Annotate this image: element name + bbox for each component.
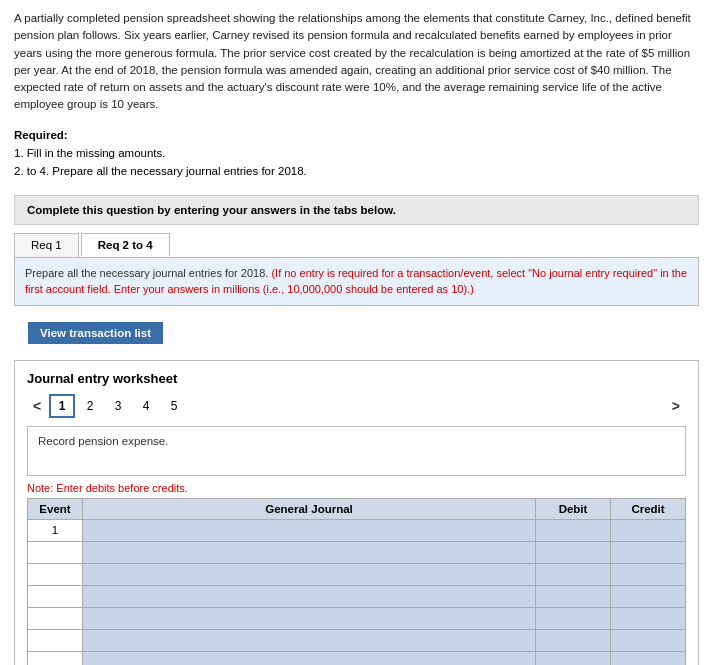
general-journal-input[interactable]	[83, 564, 535, 585]
next-page-arrow[interactable]: >	[666, 396, 686, 416]
col-header-general-journal: General Journal	[83, 498, 536, 519]
debit-cell[interactable]	[536, 541, 611, 563]
required-item1: 1. Fill in the missing amounts.	[14, 144, 699, 162]
general-journal-cell[interactable]	[83, 585, 536, 607]
required-section: Required: 1. Fill in the missing amounts…	[0, 122, 713, 189]
view-transaction-button[interactable]: View transaction list	[28, 322, 163, 344]
event-cell: 1	[28, 519, 83, 541]
description-box: Record pension expense.	[27, 426, 686, 476]
journal-worksheet: Journal entry worksheet < 1 2 3 4 5 > Re…	[14, 360, 699, 665]
page-1[interactable]: 1	[49, 394, 75, 418]
credit-cell[interactable]	[611, 563, 686, 585]
journal-title: Journal entry worksheet	[27, 371, 686, 386]
table-row	[28, 651, 686, 665]
table-row	[28, 541, 686, 563]
credit-cell[interactable]	[611, 519, 686, 541]
info-box: Prepare all the necessary journal entrie…	[14, 258, 699, 306]
credit-cell[interactable]	[611, 651, 686, 665]
credit-input[interactable]	[611, 564, 685, 585]
general-journal-input[interactable]	[83, 652, 535, 665]
tabs-container: Req 1 Req 2 to 4	[14, 233, 699, 258]
table-row: 1	[28, 519, 686, 541]
general-journal-input[interactable]	[83, 542, 535, 563]
info-text: Prepare all the necessary journal entrie…	[25, 267, 687, 296]
col-header-credit: Credit	[611, 498, 686, 519]
general-journal-input[interactable]	[83, 608, 535, 629]
page-3[interactable]: 3	[105, 394, 131, 418]
credit-cell[interactable]	[611, 607, 686, 629]
complete-instructions: Complete this question by entering your …	[14, 195, 699, 225]
pagination-row: < 1 2 3 4 5 >	[27, 394, 686, 418]
credit-input[interactable]	[611, 520, 685, 541]
event-cell	[28, 629, 83, 651]
journal-table: Event General Journal Debit Credit 1	[27, 498, 686, 665]
credit-input[interactable]	[611, 630, 685, 651]
general-journal-cell[interactable]	[83, 519, 536, 541]
general-journal-cell[interactable]	[83, 629, 536, 651]
debit-cell[interactable]	[536, 629, 611, 651]
table-row	[28, 585, 686, 607]
general-journal-input[interactable]	[83, 520, 535, 541]
general-journal-cell[interactable]	[83, 607, 536, 629]
event-cell	[28, 585, 83, 607]
general-journal-cell[interactable]	[83, 541, 536, 563]
tab-req2to4[interactable]: Req 2 to 4	[81, 233, 170, 257]
credit-input[interactable]	[611, 586, 685, 607]
event-cell	[28, 563, 83, 585]
prev-page-arrow[interactable]: <	[27, 396, 47, 416]
note-text: Note: Enter debits before credits.	[27, 482, 686, 494]
debit-input[interactable]	[536, 608, 610, 629]
general-journal-cell[interactable]	[83, 563, 536, 585]
credit-input[interactable]	[611, 652, 685, 665]
credit-cell[interactable]	[611, 585, 686, 607]
event-cell	[28, 607, 83, 629]
credit-cell[interactable]	[611, 629, 686, 651]
page-2[interactable]: 2	[77, 394, 103, 418]
credit-input[interactable]	[611, 542, 685, 563]
debit-input[interactable]	[536, 564, 610, 585]
table-row	[28, 629, 686, 651]
credit-cell[interactable]	[611, 541, 686, 563]
debit-cell[interactable]	[536, 585, 611, 607]
debit-cell[interactable]	[536, 651, 611, 665]
debit-cell[interactable]	[536, 563, 611, 585]
passage-text: A partially completed pension spreadshee…	[0, 0, 713, 122]
page-4[interactable]: 4	[133, 394, 159, 418]
event-cell	[28, 651, 83, 665]
required-label: Required:	[14, 126, 699, 144]
tab-req1[interactable]: Req 1	[14, 233, 79, 257]
general-journal-cell[interactable]	[83, 651, 536, 665]
debit-input[interactable]	[536, 520, 610, 541]
general-journal-input[interactable]	[83, 630, 535, 651]
required-item2: 2. to 4. Prepare all the necessary journ…	[14, 162, 699, 180]
col-header-event: Event	[28, 498, 83, 519]
debit-input[interactable]	[536, 586, 610, 607]
debit-input[interactable]	[536, 542, 610, 563]
debit-input[interactable]	[536, 652, 610, 665]
debit-cell[interactable]	[536, 607, 611, 629]
debit-cell[interactable]	[536, 519, 611, 541]
col-header-debit: Debit	[536, 498, 611, 519]
debit-input[interactable]	[536, 630, 610, 651]
table-row	[28, 563, 686, 585]
page-5[interactable]: 5	[161, 394, 187, 418]
general-journal-input[interactable]	[83, 586, 535, 607]
event-cell	[28, 541, 83, 563]
credit-input[interactable]	[611, 608, 685, 629]
table-row	[28, 607, 686, 629]
